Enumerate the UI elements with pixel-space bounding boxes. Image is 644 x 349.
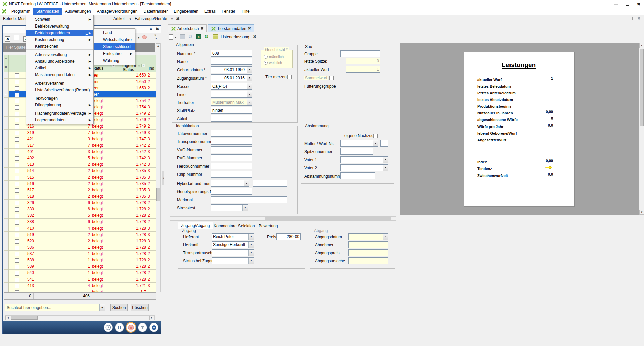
menu-item[interactable]: Kennzeichen xyxy=(26,43,93,50)
table-row[interactable]: ▶ 515 2 belegt 1.735 3 xyxy=(4,174,156,181)
refresh-icon[interactable]: ↻ xyxy=(204,34,209,40)
minimize-button[interactable]: — xyxy=(610,1,622,7)
chevron-down-icon[interactable]: ▼ xyxy=(248,250,254,256)
tab-close-icon[interactable]: ✖ xyxy=(248,26,251,31)
row-checkbox[interactable] xyxy=(8,289,26,292)
menu-item[interactable]: Düngeplanung▶ xyxy=(26,102,93,108)
submenu-item[interactable]: Wirtschaftsjahre xyxy=(94,36,135,43)
menu-item[interactable]: Liste Arbeitsverfahren (Report) xyxy=(26,87,93,93)
row-checkbox[interactable] xyxy=(8,238,26,244)
table-row[interactable]: ▶ 421 3 belegt 1.747 3 xyxy=(4,136,156,142)
table-row[interactable]: ▶ 317 7 belegt 1.742 2 xyxy=(4,142,156,149)
input-zugangsdatum[interactable]: 05.01.2016▼ xyxy=(211,74,252,81)
input-spitzennummer[interactable] xyxy=(340,148,373,155)
input-stresstest[interactable]: ▼ xyxy=(211,204,248,211)
clear-button[interactable]: Löschen xyxy=(131,304,149,311)
menu-item[interactable]: Betriebsgrunddaten▶ xyxy=(26,30,93,36)
tab-close-icon[interactable]: ✖ xyxy=(200,26,203,31)
report-vscrollbar[interactable]: ▲ ▼ xyxy=(639,43,644,215)
table-row[interactable]: ▶ 513 2 belegt 1.742 3 xyxy=(4,161,156,168)
row-checkbox[interactable] xyxy=(8,161,26,167)
chevron-down-icon[interactable]: ▼ xyxy=(247,67,252,73)
menubar-item[interactable]: Auswertungen xyxy=(62,8,94,15)
document-tab[interactable]: Tierstammdaten ✖ xyxy=(208,24,254,32)
mdi-minimize-icon[interactable]: — xyxy=(627,17,630,20)
panel-close-icon[interactable]: ✖ xyxy=(156,27,159,31)
row-checkbox[interactable] xyxy=(8,104,26,110)
row-checkbox[interactable] xyxy=(8,79,26,85)
checkbox-tier-merzen[interactable] xyxy=(287,75,292,79)
close-button[interactable]: ✖ xyxy=(633,1,644,7)
caret-down-icon[interactable]: ▼ xyxy=(155,37,157,40)
column-header-status[interactable]: Status xyxy=(92,66,103,71)
menu-item[interactable]: Anbau und Arbeitsorte▶ xyxy=(26,58,93,65)
search-input[interactable]: Suchtext hier eingeben... ▼ xyxy=(5,304,105,311)
pig-transfer-icon[interactable] xyxy=(142,35,147,39)
select-none-icon[interactable] xyxy=(14,35,19,40)
table-row[interactable]: ▶ 402 5 belegt 1.742 3 xyxy=(4,155,156,161)
row-checkbox[interactable] xyxy=(8,232,26,238)
menubar-item[interactable]: Stammdaten xyxy=(33,8,62,15)
pause-icon[interactable] xyxy=(115,323,124,332)
scroll-up-icon[interactable]: ▲ xyxy=(156,43,160,48)
filter-funnel-icon[interactable] xyxy=(138,323,147,332)
menubar-item[interactable]: Eingabehilfen xyxy=(171,8,201,15)
artikel-selector[interactable]: Artikel xyxy=(113,16,124,21)
excel-export-icon[interactable]: X xyxy=(196,34,201,39)
grid-vscrollbar[interactable]: ▲ xyxy=(156,43,161,292)
hscroll-thumb[interactable] xyxy=(11,316,38,320)
row-checkbox[interactable] xyxy=(8,117,26,123)
chevron-down-icon[interactable]: ▼ xyxy=(373,140,378,146)
field-input[interactable] xyxy=(211,154,252,161)
table-row[interactable]: ▶ 536 1 belegt 1.728 2 xyxy=(4,244,156,251)
chevron-down-icon[interactable]: ▼ xyxy=(383,157,388,163)
table-row[interactable]: ▶ 539 1 belegt 1.728 2 xyxy=(4,263,156,270)
row-checkbox[interactable] xyxy=(8,257,26,263)
menu-item[interactable]: Schwein▶ xyxy=(26,16,93,23)
menu-item[interactable]: Maschinengrunddaten▶ xyxy=(26,71,93,78)
search-button[interactable]: Suchen xyxy=(110,304,128,311)
submenu-item[interactable]: Land xyxy=(94,29,135,36)
menubar-item[interactable]: Fenster xyxy=(219,8,238,15)
row-checkbox[interactable] xyxy=(8,168,26,174)
menubar-item[interactable]: Programm xyxy=(8,8,33,15)
field-input[interactable] xyxy=(211,130,252,137)
panel-collapse-handle[interactable]: ◄ xyxy=(162,171,164,185)
save-icon[interactable] xyxy=(180,34,185,39)
chevron-down-icon[interactable]: ▼ xyxy=(99,304,105,311)
checkbox-sammelwurf[interactable] xyxy=(329,76,334,80)
row-checkbox[interactable] xyxy=(8,276,26,282)
undo-icon[interactable]: ↺ xyxy=(188,34,193,40)
row-checkbox[interactable] xyxy=(8,181,26,187)
input-preis[interactable]: 280,00 xyxy=(276,233,301,240)
row-checkbox[interactable] xyxy=(8,251,26,257)
radio-maennlich[interactable]: männlich xyxy=(264,53,284,59)
table-row[interactable]: ▶ 330 6 belegt 1.728 2 xyxy=(4,206,156,212)
vscroll-thumb[interactable] xyxy=(640,49,644,126)
scroll-right-icon[interactable]: ► xyxy=(149,316,154,320)
table-row[interactable]: ▶ 401 3 belegt 1.742 3 xyxy=(4,149,156,155)
row-checkbox[interactable] xyxy=(8,142,26,148)
column-header-ind[interactable]: Ind xyxy=(149,66,154,71)
table-row[interactable]: ▶ 541 1 belegt 1.728 2 xyxy=(4,276,156,283)
column-header-tage2[interactable]: Status xyxy=(123,67,134,72)
menu-item[interactable]: Artikel▶ xyxy=(26,65,93,71)
field-input[interactable] xyxy=(211,138,252,145)
new-record-icon[interactable] xyxy=(169,34,173,40)
row-checkbox[interactable] xyxy=(8,110,26,116)
table-row[interactable]: ▶ 514 2 belegt 1.735 3 xyxy=(4,168,156,174)
table-row[interactable]: ▶ 538 1 belegt 1.728 2 xyxy=(4,257,156,263)
chevron-down-icon[interactable]: ▼ xyxy=(171,18,173,21)
chevron-down-icon[interactable]: ▼ xyxy=(242,205,248,211)
row-checkbox[interactable] xyxy=(8,98,26,104)
input-mutter[interactable]: ▼ xyxy=(340,140,378,147)
row-checkbox[interactable] xyxy=(8,225,26,231)
input-rasse[interactable]: Ca(PIG)▼ xyxy=(211,83,252,90)
input-stallplatz[interactable]: hinten xyxy=(211,107,252,114)
menubar-item[interactable]: Anträge/Verordnungen xyxy=(94,8,141,15)
row-checkbox[interactable] xyxy=(8,174,26,180)
splitter[interactable] xyxy=(165,215,644,221)
form-hscrollbar[interactable] xyxy=(170,216,396,221)
select-x-icon[interactable]: ✖ xyxy=(5,36,10,42)
field-input[interactable] xyxy=(211,146,252,153)
